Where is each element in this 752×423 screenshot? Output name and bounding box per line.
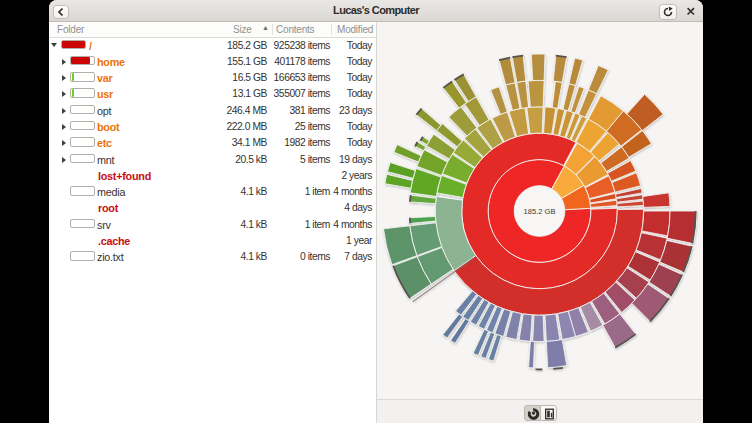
svg-text:185.2 GB: 185.2 GB [523,207,555,216]
